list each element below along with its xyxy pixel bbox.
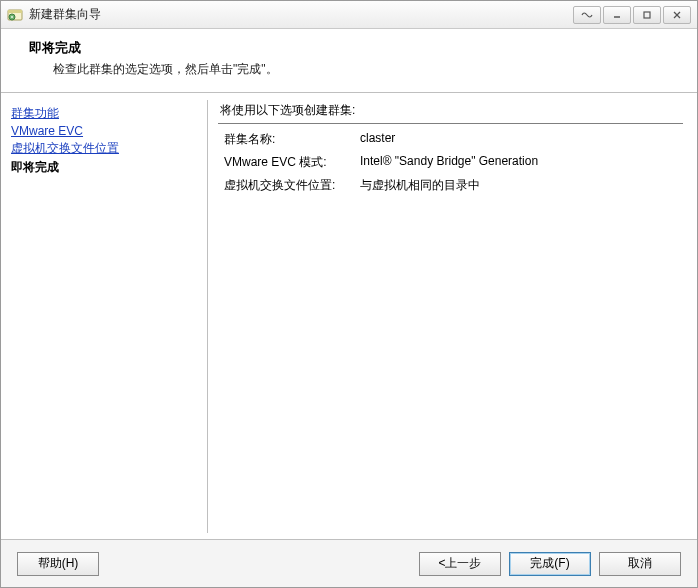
summary-key: 虚拟机交换文件位置: [220, 177, 360, 194]
sidebar-item-ready-to-complete: 即将完成 [11, 160, 59, 174]
svg-rect-1 [8, 10, 22, 13]
summary-row-cluster-name: 群集名称: claster [220, 128, 681, 151]
summary-table: 群集名称: claster VMware EVC 模式: Intel® "San… [218, 126, 683, 531]
titlebar: 新建群集向导 [1, 1, 697, 29]
wizard-window: 新建群集向导 即将完成 检查此群集的选定选项，然后单击"完成"。 群集功能 VM… [0, 0, 698, 588]
app-icon [7, 7, 23, 23]
help-button[interactable]: 帮助(H) [17, 552, 99, 576]
svg-rect-3 [11, 16, 13, 18]
content-area: 将使用以下选项创建群集: 群集名称: claster VMware EVC 模式… [208, 94, 697, 539]
summary-value: claster [360, 131, 681, 148]
sidebar-item-cluster-features[interactable]: 群集功能 [11, 106, 59, 120]
help-window-button[interactable] [573, 6, 601, 24]
summary-key: VMware EVC 模式: [220, 154, 360, 171]
summary-row-swapfile: 虚拟机交换文件位置: 与虚拟机相同的目录中 [220, 174, 681, 197]
window-controls [573, 6, 691, 24]
content-heading-rule [218, 123, 683, 124]
sidebar-item-vmware-evc[interactable]: VMware EVC [11, 124, 83, 138]
summary-row-evc-mode: VMware EVC 模式: Intel® "Sandy Bridge" Gen… [220, 151, 681, 174]
page-title: 即将完成 [29, 39, 677, 57]
wizard-body: 群集功能 VMware EVC 虚拟机交换文件位置 即将完成 将使用以下选项创建… [1, 93, 697, 539]
summary-value: 与虚拟机相同的目录中 [360, 177, 681, 194]
maximize-button[interactable] [633, 6, 661, 24]
page-subtitle: 检查此群集的选定选项，然后单击"完成"。 [29, 61, 677, 78]
minimize-button[interactable] [603, 6, 631, 24]
sidebar-item-swapfile-location[interactable]: 虚拟机交换文件位置 [11, 141, 119, 155]
svg-rect-5 [644, 12, 650, 18]
back-button[interactable]: <上一步 [419, 552, 501, 576]
content-heading: 将使用以下选项创建群集: [218, 102, 683, 123]
summary-key: 群集名称: [220, 131, 360, 148]
cancel-button[interactable]: 取消 [599, 552, 681, 576]
summary-value: Intel® "Sandy Bridge" Generation [360, 154, 681, 171]
window-title: 新建群集向导 [29, 6, 573, 23]
finish-button[interactable]: 完成(F) [509, 552, 591, 576]
wizard-steps-sidebar: 群集功能 VMware EVC 虚拟机交换文件位置 即将完成 [1, 94, 207, 539]
wizard-header: 即将完成 检查此群集的选定选项，然后单击"完成"。 [1, 29, 697, 93]
wizard-footer: 帮助(H) <上一步 完成(F) 取消 [1, 539, 697, 587]
close-button[interactable] [663, 6, 691, 24]
